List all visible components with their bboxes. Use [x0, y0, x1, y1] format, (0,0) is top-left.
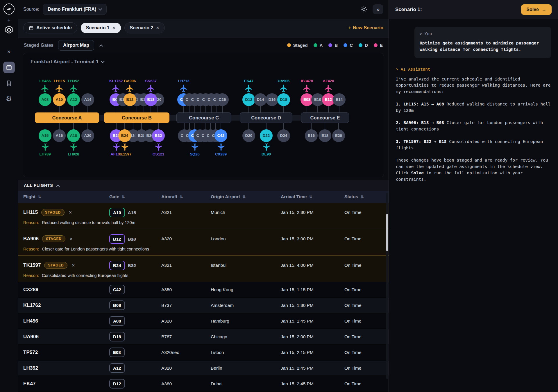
column-header-gate[interactable]: Gate⇅	[109, 194, 161, 199]
gate-node[interactable]: C42	[214, 129, 227, 142]
table-row[interactable]: EK47D12A380DubaiJan 15, 2:45 PMOn Time	[18, 376, 389, 392]
schedule-calendar-icon[interactable]	[3, 62, 15, 73]
status-cell: On Time	[344, 263, 389, 268]
table-row[interactable]: UA906D18B787ChicagoJan 15, 2:00 PMOn Tim…	[18, 329, 389, 345]
terminal-selector[interactable]: Frankfurt Airport - Terminal 1	[25, 57, 381, 65]
airline-logo-icon[interactable]	[3, 3, 15, 15]
gate-node[interactable]: B12	[124, 93, 136, 106]
collapse-panel-button[interactable]: »	[373, 4, 383, 14]
source-select[interactable]: Demo Frankfurt (FRA)	[43, 4, 107, 15]
gate-stem	[311, 123, 312, 129]
gate-chip[interactable]: A12	[109, 363, 125, 373]
gate-chip[interactable]: B12	[109, 234, 125, 244]
close-icon[interactable]: ✕	[156, 26, 159, 30]
gate-node[interactable]: A10	[53, 93, 66, 106]
flight-label: CX289	[215, 152, 227, 156]
close-icon[interactable]: ✕	[112, 26, 116, 30]
airport-map-toggle[interactable]: Airport Map	[58, 40, 94, 51]
gate-node[interactable]: D14	[254, 93, 267, 106]
gate-unit: A10LH115	[53, 79, 66, 112]
gate-node[interactable]: E18	[319, 129, 331, 142]
expand-chevrons-icon[interactable]: »	[7, 48, 10, 55]
gate-cell: C42	[109, 285, 161, 294]
column-header-origin-airport[interactable]: Origin Airport⇅	[211, 194, 281, 199]
gate-node[interactable]: D20	[242, 129, 255, 142]
unstage-close-icon[interactable]: ✕	[69, 237, 73, 241]
theme-toggle-sun-icon[interactable]	[360, 6, 367, 13]
gate-node[interactable]: D24	[277, 129, 290, 142]
gate-chip[interactable]: A10	[109, 208, 125, 217]
column-header-arrival-time[interactable]: Arrival Time⇅	[281, 194, 344, 199]
table-row[interactable]: TP572E08A320neoLisbonJan 15, 2:15 PMOn T…	[18, 345, 389, 361]
gate-node[interactable]: E20	[332, 129, 345, 142]
table-scrollbar[interactable]	[386, 214, 388, 251]
column-header-flight[interactable]: Flight⇅	[23, 194, 109, 199]
gate-node[interactable]: A18	[67, 129, 80, 142]
flights-document-icon[interactable]	[6, 80, 12, 87]
gate-node[interactable]: A15	[39, 129, 51, 142]
gate-node[interactable]: A20	[81, 129, 94, 142]
add-icon[interactable]: +	[7, 17, 10, 24]
reason-label: Reason:	[23, 247, 39, 251]
gate-stem	[87, 123, 88, 129]
gate-chip[interactable]: D18	[109, 332, 125, 341]
legend-item: Staged	[287, 43, 308, 48]
reason-row: Reason:Reduced walking distance to arriv…	[18, 220, 389, 229]
ai-recommendation: 2. BA906: B18 → B08 Closer gate for Lond…	[396, 120, 551, 133]
gate-chip[interactable]: C42	[109, 285, 125, 294]
gate-node[interactable]: A12	[67, 93, 80, 106]
tab-active-schedule[interactable]: Active schedule	[23, 22, 77, 33]
gate-node[interactable]: A08	[39, 93, 51, 106]
gate-node[interactable]: D22	[260, 129, 273, 142]
table-row[interactable]: LH456A08A320HamburgJan 15, 1:45 PMOn Tim…	[18, 314, 389, 329]
column-header-aircraft[interactable]: Aircraft⇅	[161, 194, 211, 199]
gate-node[interactable]: E14	[333, 93, 346, 106]
all-flights-header[interactable]: ALL FLIGHTS	[18, 180, 389, 191]
unstage-close-icon[interactable]: ✕	[69, 210, 72, 215]
table-row[interactable]: TK1597STAGED✕B24B32A321IstanbulJan 15, 4…	[18, 256, 389, 273]
table-row[interactable]: LH115STAGED✕A10A15A321MunichJan 15, 2:30…	[18, 203, 389, 220]
unstage-close-icon[interactable]: ✕	[71, 263, 75, 268]
table-row[interactable]: LH352A12A320BerlinJan 15, 2:45 PMOn Time	[18, 361, 389, 376]
table-row[interactable]: BA906STAGED✕B12B18A320LondonJan 15, 3:00…	[18, 229, 389, 246]
scenario-hexagon-icon[interactable]	[5, 25, 13, 34]
gate-node[interactable]: D16	[266, 93, 278, 106]
solve-button[interactable]: Solve →	[521, 4, 552, 15]
flight-label: OS121	[153, 152, 164, 156]
gate-chip[interactable]: D12	[109, 379, 125, 389]
collapse-map-button[interactable]	[100, 43, 103, 48]
gate-unit: B32OS121	[152, 123, 165, 158]
tab-scenario-1[interactable]: Scenario 1 ✕	[81, 23, 121, 33]
gate-node[interactable]: E16	[305, 129, 318, 142]
gate-stem	[45, 106, 45, 112]
solve-label: Solve	[526, 7, 539, 12]
flight-label: LH352	[68, 79, 79, 83]
plane-icon	[120, 143, 129, 153]
map-toolbar: Staged Gates Airport Map StagedABCDE	[18, 37, 389, 53]
section-title: ALL FLIGHTS	[24, 183, 53, 188]
gate-node[interactable]: D18	[277, 93, 290, 106]
gate-unit: E14	[333, 79, 346, 112]
table-row[interactable]: CX289C42A350Hong KongJan 15, 1:15 PMOn T…	[18, 282, 389, 298]
staged-badge: STAGED	[44, 262, 67, 269]
gate-chip[interactable]: E08	[109, 348, 125, 357]
gate-node[interactable]: C26	[216, 93, 229, 106]
tab-scenario-2[interactable]: Scenario 2 ✕	[124, 22, 165, 33]
new-scenario-button[interactable]: + New Scenario	[348, 25, 383, 31]
gate-node[interactable]: A14	[81, 93, 94, 106]
gate-cell: E08	[109, 348, 161, 357]
settings-gear-icon[interactable]: ⚙	[6, 95, 12, 103]
gate-chip[interactable]: B24	[109, 261, 125, 270]
gate-unit: E20	[332, 123, 345, 158]
gate-node[interactable]: B32	[152, 129, 165, 142]
gate-unit: A20	[81, 123, 94, 158]
gate-node[interactable]: B24	[118, 129, 131, 142]
gate-node[interactable]: D12	[242, 93, 255, 106]
table-row[interactable]: KL1762B08B737AmsterdamJan 15, 1:30 PMOn …	[18, 298, 389, 314]
gate-node[interactable]: B18	[144, 93, 157, 106]
staged-gates-toggle[interactable]: Staged Gates	[24, 43, 53, 48]
column-header-status[interactable]: Status⇅	[344, 194, 389, 199]
gate-chip[interactable]: A08	[109, 316, 125, 326]
gate-node[interactable]: A16	[53, 129, 66, 142]
gate-chip[interactable]: B08	[109, 300, 125, 310]
